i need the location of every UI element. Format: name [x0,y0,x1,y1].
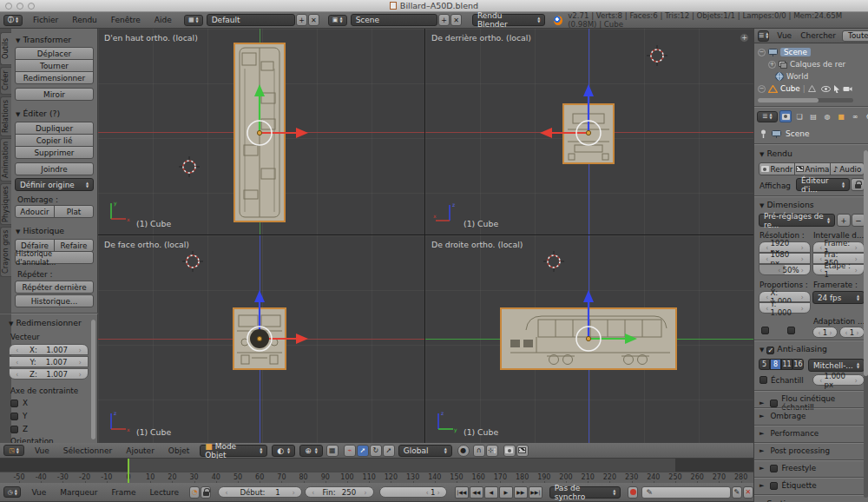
viewport-right[interactable]: z y De droite ortho. (local) (1) Cube [425,235,753,443]
crop-checkbox[interactable] [787,327,795,334]
menu-marqueur[interactable]: Marqueur [53,488,104,497]
menu-aide[interactable]: Aide [148,16,179,24]
axis-x-checkbox[interactable] [10,400,18,407]
outliner-hscrollbar[interactable] [758,98,853,102]
layers-widget[interactable]: ▦ [326,445,339,457]
sync-mode-select[interactable]: Pas de synchro▲▼ [549,486,621,499]
delete-keyframe-button[interactable]: ✕ [743,486,753,499]
menu-vue[interactable]: Vue [773,31,796,40]
vector-y-field[interactable]: Y:1.007 [9,356,89,367]
aa-filter-select[interactable]: Mitchell-...▲▼ [808,359,865,372]
menu-vue[interactable]: Vue [28,446,56,455]
next-keyframe-button[interactable]: ▶▶ [514,486,528,499]
frame-start-field[interactable]: Début:1 [218,486,302,498]
delete-layout-button[interactable]: ✕ [308,14,319,26]
render-anim-button[interactable]: Anima [794,162,831,175]
set-origin-dropdown[interactable]: Définir origine▲▼ [15,178,94,191]
panel-header-postprocessing[interactable]: ►Post processing [760,446,830,455]
duplicate-button[interactable]: Dupliquer [15,122,94,135]
panel-header-freestyle[interactable]: ►Freestyle [760,464,816,472]
display-mode-select[interactable]: Éditeur d'i...▲▼ [796,178,850,191]
outliner-item-cube[interactable]: − Cube | [758,84,852,93]
editor-type-selector[interactable]: ☰▲▼ [758,30,769,42]
tab-relations[interactable]: Relations [0,96,11,136]
transform-manipulator[interactable] [536,287,641,391]
render-opengl-anim-button[interactable] [516,445,529,457]
editor-type-selector[interactable]: ◳▲▼ [3,445,24,456]
tab-constraints[interactable]: ∞ [849,110,861,122]
render-audio-button[interactable]: ♪Audio [830,162,865,175]
copy-linked-button[interactable]: Copier lié [15,134,94,147]
tab-modifiers[interactable]: ⚙ [863,110,868,122]
timeline-channel[interactable] [0,459,753,472]
jump-to-start-button[interactable]: |◀◀ [455,486,469,499]
editor-type-selector[interactable]: ☰▲▼ [757,111,778,122]
panel-title-historique[interactable]: ▼Historique [16,226,64,235]
aa-checkbox[interactable] [766,347,774,354]
tab-crayon-gras[interactable]: Crayon gras [0,227,11,277]
orientation-select[interactable]: Global▲▼ [398,445,452,457]
panel-header-performance[interactable]: ►Performance [760,429,819,438]
panel-header-flou[interactable]: ►Flou cinétique échantill [760,394,868,412]
framerate-select[interactable]: 24 fps▲▼ [812,291,865,304]
viewport-top[interactable]: y x D'en haut ortho. (local) (1) Cube [98,29,424,234]
panel-header-ombrage[interactable]: ►Ombrage [760,412,806,420]
renderability-camera-icon[interactable] [843,86,852,92]
menu-fenetre[interactable]: Fenêtre [104,16,148,24]
freestyle-checkbox[interactable] [770,465,778,472]
tab-creer[interactable]: Créer [0,67,11,95]
vector-z-field[interactable]: Z:1.007 [9,368,89,380]
shade-smooth-button[interactable]: Adoucir [15,205,55,218]
render-engine-select[interactable]: Rendu Blender▲▼ [472,14,545,26]
panel-title-editer[interactable]: ▼Éditer (?) [16,109,60,118]
menu-objet[interactable]: Objet [161,446,196,455]
outliner-filter-select[interactable]: Toutes [842,30,868,42]
tab-animation[interactable]: Animation [0,138,11,182]
resolution-y-field[interactable]: 1080 px [759,253,811,264]
aa-samples-16[interactable]: 16 [792,359,804,370]
menu-vue[interactable]: Vue [24,488,53,497]
timeline-ruler-numbers[interactable]: -50-40-30-20-100102030405060708090100110… [0,472,753,483]
collapse-icon[interactable]: − [758,49,766,56]
menu-selectionner[interactable]: Sélectionner [56,446,119,455]
tab-world[interactable]: ◍ [821,110,833,122]
transform-manipulator[interactable] [207,287,312,391]
editor-type-selector[interactable]: ⓘ▲▼ [3,15,23,26]
layout-name-field[interactable]: Default [207,14,295,26]
scale-button[interactable]: Redimensionner [15,71,94,84]
menu-fichier[interactable]: Fichier [26,16,65,24]
current-frame-field[interactable]: 1 [379,486,447,498]
resolution-percentage-slider[interactable]: 50% [759,264,811,275]
border-checkbox[interactable] [761,327,769,334]
tab-object[interactable]: ■ [835,110,847,122]
tab-render[interactable] [779,110,792,122]
snap-magnet-toggle[interactable]: ∩ [473,445,485,457]
panel-header-etiquette[interactable]: ►Étiquette [760,481,817,490]
panel-title-operator[interactable]: ▼Redimensionner [9,318,82,327]
move-button[interactable]: Déplacer [15,47,94,60]
menu-ajouter[interactable]: Ajouter [119,446,161,455]
delete-scene-button[interactable]: ✕ [450,14,462,26]
scene-browse-icon[interactable]: ▣▲▼ [328,15,347,26]
pivot-point-select[interactable]: ⊕▲▼ [299,445,323,457]
pin-icon[interactable] [760,129,767,138]
mode-select[interactable]: ■ Mode Objet▲▼ [200,445,267,457]
visibility-eye-icon[interactable] [821,86,831,92]
undo-history-button[interactable]: Historique d'annulat... [15,251,94,264]
panel-title-sortie[interactable]: ▼Sortie [760,499,791,502]
scene-name-field[interactable]: Scene [351,14,438,26]
frame-step-field[interactable]: Étape : 1 [812,264,865,275]
shade-flat-button[interactable]: Plat [54,205,94,218]
delete-button[interactable]: Supprimer [15,146,94,159]
render-presets-select[interactable]: Pré-réglages de re...▲▼ [759,214,835,227]
panel-title-rendu[interactable]: ▼Rendu [760,149,792,158]
vector-x-field[interactable]: X:1.007 [9,344,89,355]
preview-range-icon[interactable]: ◔ [189,486,200,499]
manipulator-rotate-toggle[interactable]: ↻ [370,445,382,457]
motion-blur-checkbox[interactable] [770,400,778,407]
adaptation-old-field[interactable]: 1 [812,327,838,338]
prev-keyframe-button[interactable]: ◀◀ [470,486,483,499]
menu-rendu[interactable]: Rendu [65,16,104,24]
outliner-item-scene[interactable]: − Scene [758,48,811,56]
jump-to-end-button[interactable]: ▶▶| [529,486,542,499]
